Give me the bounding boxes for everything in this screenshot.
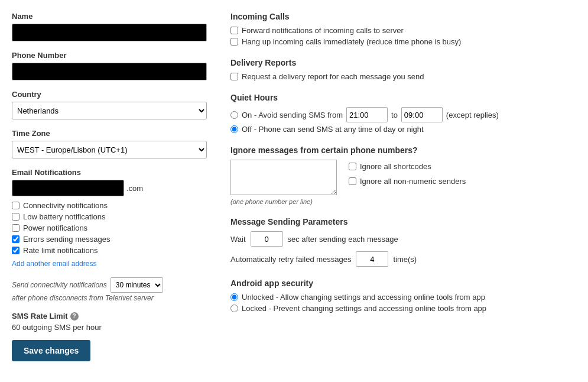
quiet-except-label: (except replies) <box>446 111 499 119</box>
quiet-off-radio[interactable] <box>230 125 238 133</box>
params-section: Message Sending Parameters Wait sec afte… <box>230 217 576 267</box>
sms-rate-label-row: SMS Rate Limit ? <box>12 312 207 321</box>
phone-label: Phone Number <box>12 51 207 60</box>
retry-input[interactable] <box>356 251 388 267</box>
email-input-row: .com <box>12 180 207 196</box>
security-section: Android app security Unlocked - Allow ch… <box>230 279 576 313</box>
phone-input[interactable] <box>12 63 207 80</box>
ignore-checkbox-label-0: Ignore all shortcodes <box>360 162 431 171</box>
name-input[interactable] <box>12 24 207 41</box>
country-select[interactable]: NetherlandsGermanyFranceSpainUnited Stat… <box>12 102 207 119</box>
notification-checkbox-label-0: Connectivity notifications <box>23 201 108 210</box>
wait-row: Wait sec after sending each message <box>230 231 576 247</box>
ignore-checkbox-row-0: Ignore all shortcodes <box>349 162 466 171</box>
security-radio-row-1: Locked - Prevent changing settings and a… <box>230 304 576 313</box>
quiet-on-radio[interactable] <box>230 111 238 119</box>
sms-rate-help-icon[interactable]: ? <box>70 312 79 321</box>
main-layout: Name Phone Number Country NetherlandsGer… <box>12 12 576 361</box>
country-field-group: Country NetherlandsGermanyFranceSpainUni… <box>12 90 207 119</box>
quiet-hours-on-row: On - Avoid sending SMS from to (except r… <box>230 107 576 122</box>
ignore-content: (one phone number per line) Ignore all s… <box>230 160 576 205</box>
name-label: Name <box>12 12 207 21</box>
incoming-calls-section: Incoming Calls Forward notifications of … <box>230 12 576 46</box>
notification-checkbox-4[interactable] <box>12 247 20 254</box>
email-label: Email Notifications <box>12 168 207 177</box>
connectivity-before-label: Send connectivity notifications <box>12 281 107 289</box>
notification-checkbox-3[interactable] <box>12 235 20 243</box>
incoming-checkbox-label-0: Forward notifications of incoming calls … <box>242 26 404 35</box>
ignore-checkbox-0[interactable] <box>349 163 356 170</box>
delivery-checkbox-label-0: Request a delivery report for each messa… <box>242 72 424 81</box>
notification-checkboxes: Connectivity notificationsLow battery no… <box>12 201 207 255</box>
email-field-group: Email Notifications .com Connectivity no… <box>12 168 207 268</box>
quiet-hours-off-row: Off - Phone can send SMS at any time of … <box>230 125 576 134</box>
email-domain: .com <box>126 184 143 193</box>
incoming-checkbox-label-1: Hang up incoming calls immediately (redu… <box>242 37 461 46</box>
checkbox-row: Rate limit notifications <box>12 246 207 255</box>
timezone-select[interactable]: WEST - Europe/Lisbon (UTC+1)CET - Europe… <box>12 141 207 158</box>
right-column: Incoming Calls Forward notifications of … <box>230 12 576 361</box>
delivery-reports-section: Delivery Reports Request a delivery repo… <box>230 58 576 81</box>
phone-field-group: Phone Number <box>12 51 207 80</box>
security-radio-1[interactable] <box>230 305 238 312</box>
save-button[interactable]: Save changes <box>12 340 90 361</box>
sms-rate-value: 60 outgoing SMS per hour <box>12 323 207 332</box>
checkbox-row: Low battery notifications <box>12 212 207 221</box>
security-radio-label-0: Unlocked - Allow changing settings and a… <box>242 293 485 302</box>
security-radio-row-0: Unlocked - Allow changing settings and a… <box>230 293 576 302</box>
notification-checkbox-label-3: Errors sending messages <box>23 235 110 244</box>
security-radio-label-1: Locked - Prevent changing settings and a… <box>242 304 486 313</box>
quiet-time-to-input[interactable] <box>401 107 443 122</box>
ignore-checkboxes: Ignore all shortcodesIgnore all non-nume… <box>349 160 466 188</box>
ignore-textarea[interactable] <box>230 160 337 195</box>
security-radio-0[interactable] <box>230 293 238 301</box>
add-email-link[interactable]: Add another email address <box>12 260 96 268</box>
wait-input[interactable] <box>251 231 283 247</box>
timezone-label: Time Zone <box>12 129 207 138</box>
quiet-time-from-input[interactable] <box>346 107 388 122</box>
security-radios: Unlocked - Allow changing settings and a… <box>230 293 576 313</box>
quiet-hours-section: Quiet Hours On - Avoid sending SMS from … <box>230 93 576 134</box>
incoming-checkbox-1[interactable] <box>230 38 238 46</box>
retry-row: Automatically retry failed messages time… <box>230 251 576 267</box>
incoming-checkbox-row-0: Forward notifications of incoming calls … <box>230 26 576 35</box>
delivery-checkbox-0[interactable] <box>230 73 238 80</box>
incoming-checkbox-row-1: Hang up incoming calls immediately (redu… <box>230 37 576 46</box>
connectivity-after-label: after phone disconnects from Telerivet s… <box>12 294 207 302</box>
params-title: Message Sending Parameters <box>230 217 576 226</box>
notification-checkbox-label-1: Low battery notifications <box>23 212 105 221</box>
timezone-field-group: Time Zone WEST - Europe/Lisbon (UTC+1)CE… <box>12 129 207 158</box>
ignore-checkbox-row-1: Ignore all non-numeric senders <box>349 177 466 186</box>
ignore-checkbox-label-1: Ignore all non-numeric senders <box>360 177 466 186</box>
security-title: Android app security <box>230 279 576 288</box>
notification-checkbox-label-4: Rate limit notifications <box>23 246 98 255</box>
incoming-calls-title: Incoming Calls <box>230 12 576 21</box>
quiet-on-label: On - Avoid sending SMS from <box>242 111 343 119</box>
checkbox-row: Power notifications <box>12 224 207 232</box>
checkbox-row: Connectivity notifications <box>12 201 207 210</box>
connectivity-row: Send connectivity notifications 5 minute… <box>12 277 207 293</box>
ignore-title: Ignore messages from certain phone numbe… <box>230 145 576 155</box>
retry-label: Automatically retry failed messages <box>230 255 351 264</box>
ignore-checkbox-1[interactable] <box>349 177 356 185</box>
wait-label: Wait <box>230 235 246 244</box>
delivery-title: Delivery Reports <box>230 58 576 67</box>
ignore-textarea-wrapper: (one phone number per line) <box>230 160 337 205</box>
incoming-calls-checkboxes: Forward notifications of incoming calls … <box>230 26 576 46</box>
incoming-checkbox-0[interactable] <box>230 27 238 34</box>
notification-checkbox-0[interactable] <box>12 202 20 209</box>
sms-rate-section: SMS Rate Limit ? 60 outgoing SMS per hou… <box>12 312 207 332</box>
connectivity-select[interactable]: 5 minutes10 minutes15 minutes30 minutes1… <box>111 277 163 293</box>
quiet-off-label: Off - Phone can send SMS at any time of … <box>242 125 424 134</box>
country-label: Country <box>12 90 207 99</box>
sms-rate-label-text: SMS Rate Limit <box>12 312 68 321</box>
checkbox-row: Errors sending messages <box>12 235 207 244</box>
retry-unit: time(s) <box>393 255 417 264</box>
notification-checkbox-1[interactable] <box>12 213 20 221</box>
ignore-hint: (one phone number per line) <box>230 198 337 205</box>
notification-checkbox-2[interactable] <box>12 224 20 232</box>
wait-unit: sec after sending each message <box>288 235 398 244</box>
quiet-hours-title: Quiet Hours <box>230 93 576 102</box>
ignore-section: Ignore messages from certain phone numbe… <box>230 145 576 205</box>
email-input[interactable] <box>12 180 124 196</box>
